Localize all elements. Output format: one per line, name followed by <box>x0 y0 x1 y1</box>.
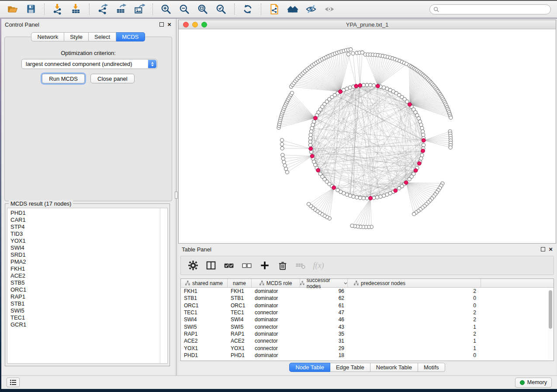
export-network-button[interactable] <box>93 1 112 17</box>
column-header-predecessor-nodes[interactable]: predecessor nodes <box>348 279 481 287</box>
tab-network[interactable]: Network <box>31 32 64 41</box>
float-panel-icon[interactable] <box>159 22 164 27</box>
export-image-button[interactable] <box>130 1 149 17</box>
mcds-result-item[interactable]: GCR1 <box>10 321 167 328</box>
column-header-mcds-role[interactable]: MCDS role <box>252 279 300 287</box>
search-input[interactable] <box>441 6 547 12</box>
run-mcds-button[interactable]: Run MCDS <box>42 74 85 83</box>
cell-successor-nodes: 61 <box>300 303 348 309</box>
tab-style[interactable]: Style <box>64 32 89 41</box>
import-table-icon <box>70 3 82 15</box>
column-header-label: name <box>233 280 246 286</box>
table-row[interactable]: SWI5SWI5connector431 <box>181 323 548 330</box>
tab-mcds[interactable]: MCDS <box>116 32 145 41</box>
gear-icon <box>188 260 198 271</box>
mcds-result-item[interactable]: FKH1 <box>10 265 167 272</box>
refresh-icon <box>242 3 253 15</box>
deselect-all-icon <box>242 260 252 271</box>
panel-splitter[interactable] <box>175 19 178 375</box>
zoom-fit-button[interactable] <box>194 1 212 17</box>
refresh-button[interactable] <box>239 1 257 17</box>
mcds-result-item[interactable]: YOX1 <box>10 237 167 244</box>
table-scrollbar-thumb[interactable] <box>549 290 552 329</box>
hide-selected-button[interactable] <box>302 1 320 17</box>
criterion-dropdown[interactable]: largest connected component (undirected) <box>21 59 157 69</box>
memory-status-icon <box>520 380 525 385</box>
toolbar-separator <box>261 3 261 15</box>
tab-select[interactable]: Select <box>89 32 116 41</box>
close-panel-icon[interactable]: × <box>167 22 171 27</box>
zoom-out-button[interactable] <box>175 1 194 17</box>
show-all-button[interactable] <box>320 1 339 17</box>
memory-button[interactable]: Memory <box>515 378 552 388</box>
table-row[interactable]: PHD1PHD1dominator180 <box>181 352 548 359</box>
cell-predecessor-nodes: 2 <box>348 316 481 323</box>
new-network-from-selection-button[interactable] <box>265 1 284 17</box>
network-graph[interactable] <box>179 29 556 243</box>
mcds-result-item[interactable]: ORC1 <box>10 286 167 293</box>
mcds-result-item[interactable]: SWI5 <box>10 307 167 314</box>
mcds-result-item[interactable]: SWI4 <box>10 244 167 251</box>
hubba-button[interactable] <box>284 1 302 17</box>
column-header-successor-nodes[interactable]: successor nodes <box>300 279 348 287</box>
task-history-button[interactable] <box>7 378 20 387</box>
mcds-result-scrollbar[interactable] <box>160 208 167 363</box>
table-panel-titlebar: Table Panel × <box>178 244 556 255</box>
desktop-background: Control Panel × NetworkStyleSelectMCDS O… <box>0 0 557 392</box>
column-header-shared-name[interactable]: shared name <box>181 279 228 287</box>
table-row[interactable]: SWI4SWI4dominator462 <box>181 316 548 323</box>
zoom-in-button[interactable] <box>157 1 175 17</box>
deselect-all-rows-button[interactable] <box>242 260 252 271</box>
float-table-panel-icon[interactable] <box>541 247 545 251</box>
cell-shared-name: RAP1 <box>181 331 228 337</box>
splitter-handle-icon[interactable] <box>175 192 178 199</box>
table-row[interactable]: STB1STB1dominator620 <box>181 295 548 302</box>
add-column-button[interactable] <box>259 260 270 271</box>
dropdown-stepper-icon <box>148 60 156 68</box>
table-tab-network-table[interactable]: Network Table <box>370 363 418 372</box>
select-all-rows-button[interactable] <box>224 260 234 271</box>
mcds-result-item[interactable]: CAR1 <box>10 217 167 224</box>
table-row[interactable]: ORC1ORC1dominator610 <box>181 302 548 309</box>
delete-column-button[interactable] <box>277 260 288 271</box>
close-panel-button[interactable]: Close panel <box>90 74 135 83</box>
cell-shared-name: ACE2 <box>181 338 228 344</box>
mcds-result-item[interactable]: SRD1 <box>10 251 167 258</box>
table-row[interactable]: TEC1TEC1connector472 <box>181 309 548 316</box>
zoom-selected-button[interactable] <box>212 1 230 17</box>
mcds-result-item[interactable]: TEC1 <box>10 314 167 321</box>
column-header-name[interactable]: name <box>228 279 252 287</box>
table-row[interactable]: FKH1FKH1dominator962 <box>181 288 548 295</box>
cell-name: STB1 <box>228 295 252 301</box>
save-session-button[interactable] <box>22 1 40 17</box>
import-network-button[interactable] <box>48 1 67 17</box>
mcds-result-item[interactable]: TID3 <box>10 230 167 237</box>
table-tab-edge-table[interactable]: Edge Table <box>330 363 370 372</box>
cell-mcds-role: dominator <box>252 303 300 309</box>
cell-mcds-role: connector <box>252 338 300 344</box>
attribute-tree-icon <box>300 281 304 285</box>
status-bar: Memory <box>1 375 557 389</box>
table-row[interactable]: YOX1YOX1connector291 <box>181 344 548 351</box>
table-row[interactable]: ACE2ACE2connector311 <box>181 337 548 344</box>
import-table-button[interactable] <box>67 1 85 17</box>
mcds-result-item[interactable]: STB1 <box>10 300 167 307</box>
table-row[interactable]: RAP1RAP1dominator352 <box>181 330 548 337</box>
export-table-button[interactable] <box>112 1 130 17</box>
mcds-result-item[interactable]: RAP1 <box>10 293 167 300</box>
mcds-result-item[interactable]: PMA2 <box>10 258 167 265</box>
cell-successor-nodes: 31 <box>300 338 348 344</box>
network-canvas[interactable] <box>179 29 556 243</box>
mcds-result-item[interactable]: STP4 <box>10 224 167 230</box>
table-tab-motifs[interactable]: Motifs <box>418 363 445 372</box>
mcds-result-item[interactable]: ACE2 <box>10 272 167 279</box>
table-scrollbar[interactable] <box>548 288 553 360</box>
show-column-panel-button[interactable] <box>206 260 216 271</box>
open-session-button[interactable] <box>3 1 22 17</box>
table-settings-button[interactable] <box>188 260 198 271</box>
table-tab-node-table[interactable]: Node Table <box>289 363 330 372</box>
cell-mcds-role: connector <box>252 345 300 351</box>
mcds-result-item[interactable]: STB5 <box>10 279 167 286</box>
close-table-panel-icon[interactable]: × <box>549 247 553 251</box>
mcds-result-item[interactable]: PHD1 <box>10 210 167 217</box>
